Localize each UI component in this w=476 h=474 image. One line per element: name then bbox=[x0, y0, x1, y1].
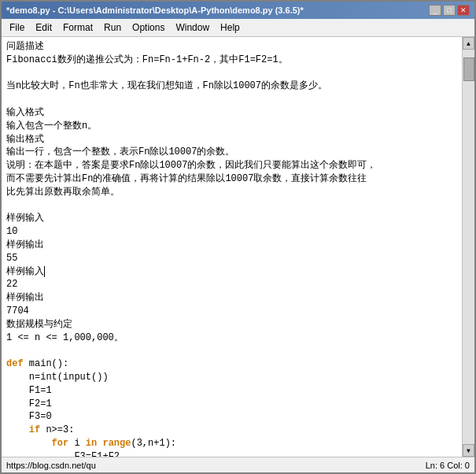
scroll-up-button[interactable]: ▲ bbox=[463, 37, 474, 50]
close-button[interactable]: ✕ bbox=[457, 5, 470, 16]
editor-area: 问题描述 Fibonacci数列的递推公式为：Fn=Fn-1+Fn-2，其中F1… bbox=[2, 37, 474, 457]
menu-run[interactable]: Run bbox=[99, 20, 126, 35]
code-editor[interactable]: 问题描述 Fibonacci数列的递推公式为：Fn=Fn-1+Fn-2，其中F1… bbox=[2, 37, 462, 457]
menu-bar: File Edit Format Run Options Window Help bbox=[2, 19, 474, 37]
title-bar: *demo8.py - C:\Users\Administrator\Deskt… bbox=[2, 2, 474, 19]
vertical-scrollbar[interactable]: ▲ ▼ bbox=[462, 37, 474, 457]
cursor-position: Ln: 6 Col: 0 bbox=[426, 461, 470, 470]
menu-help[interactable]: Help bbox=[216, 20, 245, 35]
maximize-button[interactable]: □ bbox=[443, 5, 456, 16]
website-label: https://blog.csdn.net/qu bbox=[6, 461, 96, 470]
menu-file[interactable]: File bbox=[5, 20, 29, 35]
scroll-thumb[interactable] bbox=[463, 57, 474, 81]
minimize-button[interactable]: _ bbox=[429, 5, 441, 16]
menu-format[interactable]: Format bbox=[58, 20, 98, 35]
menu-options[interactable]: Options bbox=[127, 20, 169, 35]
scroll-down-button[interactable]: ▼ bbox=[463, 444, 474, 457]
window-controls: _ □ ✕ bbox=[429, 5, 470, 16]
menu-window[interactable]: Window bbox=[171, 20, 214, 35]
status-bar: https://blog.csdn.net/qu Ln: 6 Col: 0 bbox=[2, 457, 474, 472]
main-window: *demo8.py - C:\Users\Administrator\Deskt… bbox=[0, 0, 476, 474]
scroll-track[interactable] bbox=[463, 50, 474, 444]
menu-edit[interactable]: Edit bbox=[31, 20, 57, 35]
window-title: *demo8.py - C:\Users\Administrator\Deskt… bbox=[6, 6, 304, 15]
